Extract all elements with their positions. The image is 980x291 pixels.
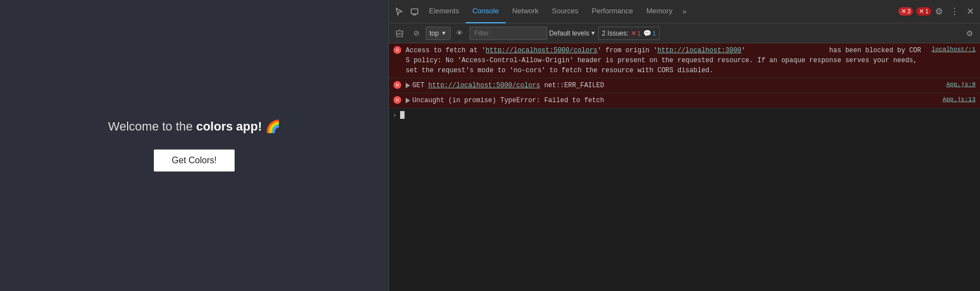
console-messages-area: ✕ Access to fetch at 'http://localhost:5… <box>389 43 980 291</box>
svg-rect-1 <box>413 14 416 16</box>
uncaught-error-location: App.js:13 <box>943 96 976 103</box>
issues-label: 2 Issues: <box>602 29 629 37</box>
prompt-cursor[interactable] <box>400 111 405 119</box>
expand-triangle-icon[interactable] <box>406 83 410 88</box>
app-pane: Welcome to the colors app! 🌈 Get Colors! <box>0 0 388 291</box>
device-icon[interactable] <box>407 4 422 19</box>
issues-badge[interactable]: 2 Issues: ✕ 1 💬 1 <box>598 27 660 40</box>
tab-network[interactable]: Network <box>506 0 545 23</box>
block-icon[interactable]: ⊘ <box>409 26 423 41</box>
levels-arrow-icon: ▼ <box>590 30 596 36</box>
console-error-cors: ✕ Access to fetch at 'http://localhost:5… <box>389 43 980 78</box>
console-error-uncaught: ✕ Uncaught (in promise) TypeError: Faile… <box>389 93 980 108</box>
pointer-icon[interactable] <box>391 4 407 19</box>
welcome-bold: colors app! <box>196 119 262 133</box>
error-badge: ✕ 3 <box>898 7 913 16</box>
tab-sources[interactable]: Sources <box>545 0 585 23</box>
welcome-text: Welcome to the colors app! 🌈 <box>108 119 280 134</box>
svg-rect-0 <box>411 9 418 14</box>
get-error-location: App.js:9 <box>946 81 976 88</box>
tab-console[interactable]: Console <box>466 0 506 23</box>
tab-overflow[interactable]: » <box>679 7 690 16</box>
clear-console-button[interactable] <box>392 26 407 41</box>
tab-memory[interactable]: Memory <box>640 0 679 23</box>
get-colors-button[interactable]: Get Colors! <box>154 149 235 172</box>
default-levels-dropdown[interactable]: Default levels ▼ <box>549 29 596 37</box>
get-location-link[interactable]: App.js:9 <box>946 81 976 88</box>
cors-error-message: Access to fetch at 'http://localhost:500… <box>406 46 925 76</box>
context-label: top <box>430 29 439 37</box>
get-error-message: GET http://localhost:5000/colors net::ER… <box>406 81 939 91</box>
cors-error-location: localhost/:1 <box>932 46 976 53</box>
issues-error-count: ✕ 1 <box>631 29 641 37</box>
error-circle-icon-3: ✕ <box>393 96 401 104</box>
error-circle-icon: ✕ <box>393 46 401 54</box>
console-prompt: › <box>389 108 980 121</box>
get-url-link[interactable]: http://localhost:5000/colors <box>428 82 540 89</box>
devtools-pane: Elements Console Network Sources Perform… <box>388 0 980 291</box>
live-expressions-icon[interactable]: 👁 <box>453 26 467 41</box>
devtools-tab-bar: Elements Console Network Sources Perform… <box>389 0 980 23</box>
close-devtools-icon[interactable]: ✕ <box>962 4 978 19</box>
uncaught-error-message: Uncaught (in promise) TypeError: Failed … <box>406 96 936 106</box>
more-options-icon[interactable]: ⋮ <box>947 4 962 19</box>
default-levels-label: Default levels <box>549 29 589 37</box>
context-dropdown[interactable]: top ▼ <box>426 27 451 40</box>
uncaught-location-link[interactable]: App.js:13 <box>943 96 976 103</box>
filter-input[interactable] <box>469 27 547 40</box>
console-error-get: ✕ GET http://localhost:5000/colors net::… <box>389 78 980 93</box>
issues-message-count: 💬 1 <box>643 29 656 37</box>
cors-url-link[interactable]: http://localhost:5000/colors <box>486 47 598 54</box>
tab-performance[interactable]: Performance <box>585 0 639 23</box>
error-badge-2: ✕ 1 <box>916 7 931 16</box>
expand-triangle-icon-2[interactable] <box>406 98 410 103</box>
console-toolbar: ⊘ top ▼ 👁 Default levels ▼ 2 Issues: ✕ 1… <box>389 23 980 43</box>
console-settings-icon[interactable]: ⚙ <box>962 26 977 41</box>
prompt-arrow-icon: › <box>393 111 396 119</box>
dropdown-arrow-icon: ▼ <box>441 30 447 36</box>
cors-location-link[interactable]: localhost/:1 <box>932 46 976 53</box>
devtools-tabs: Elements Console Network Sources Perform… <box>422 0 896 23</box>
tab-elements[interactable]: Elements <box>422 0 466 23</box>
settings-icon[interactable]: ⚙ <box>931 4 947 19</box>
cors-origin-link[interactable]: http://localhost:3000 <box>658 47 741 54</box>
error-circle-icon-2: ✕ <box>393 81 401 89</box>
